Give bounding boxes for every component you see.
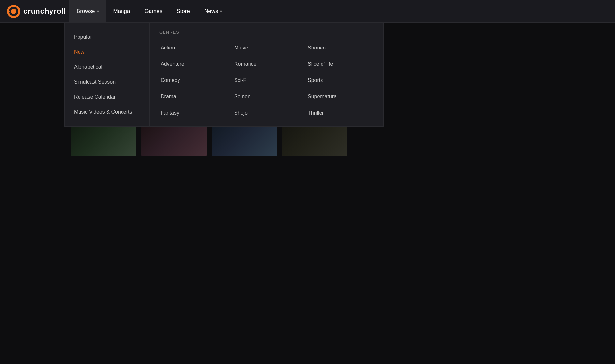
genre-drama[interactable]: Drama bbox=[159, 90, 226, 104]
genre-shojo[interactable]: Shojo bbox=[233, 106, 300, 120]
nav-news[interactable]: News ▾ bbox=[197, 0, 229, 22]
dropdown-genres-panel: GENRES Action Music Shonen Adventure Rom… bbox=[150, 23, 383, 126]
genres-grid: Action Music Shonen Adventure Romance Sl… bbox=[159, 41, 374, 120]
nav-news-label: News bbox=[204, 8, 218, 15]
genre-thriller[interactable]: Thriller bbox=[307, 106, 374, 120]
dropdown-popular[interactable]: Popular bbox=[65, 30, 149, 45]
genre-fantasy[interactable]: Fantasy bbox=[159, 106, 226, 120]
nav-browse-label: Browse bbox=[77, 8, 95, 15]
logo[interactable]: crunchyroll bbox=[7, 4, 66, 19]
nav-store-label: Store bbox=[177, 8, 190, 15]
genre-romance[interactable]: Romance bbox=[233, 57, 300, 71]
nav-manga[interactable]: Manga bbox=[106, 0, 137, 22]
dropdown-music-videos[interactable]: Music Videos & Concerts bbox=[65, 105, 149, 119]
nav-games[interactable]: Games bbox=[137, 0, 169, 22]
news-chevron-icon: ▾ bbox=[220, 9, 222, 14]
genre-shonen[interactable]: Shonen bbox=[307, 41, 374, 55]
genre-adventure[interactable]: Adventure bbox=[159, 57, 226, 71]
genre-supernatural[interactable]: Supernatural bbox=[307, 90, 374, 104]
genre-action[interactable]: Action bbox=[159, 41, 226, 55]
dropdown-left-panel: Popular New Alphabetical Simulcast Seaso… bbox=[65, 23, 150, 126]
dropdown-alphabetical[interactable]: Alphabetical bbox=[65, 60, 149, 75]
genre-sci-fi[interactable]: Sci-Fi bbox=[233, 74, 300, 87]
genre-comedy[interactable]: Comedy bbox=[159, 74, 226, 87]
genre-seinen[interactable]: Seinen bbox=[233, 90, 300, 104]
dropdown-release-calendar[interactable]: Release Calendar bbox=[65, 90, 149, 105]
logo-text: crunchyroll bbox=[23, 7, 66, 16]
browse-dropdown: Popular New Alphabetical Simulcast Seaso… bbox=[64, 23, 384, 127]
genre-music[interactable]: Music bbox=[233, 41, 300, 55]
navbar: crunchyroll Browse ▾ Manga Games Store N… bbox=[0, 0, 615, 23]
nav-manga-label: Manga bbox=[113, 8, 130, 15]
svg-point-2 bbox=[11, 9, 16, 14]
nav-store[interactable]: Store bbox=[169, 0, 197, 22]
dropdown-new[interactable]: New bbox=[65, 45, 149, 60]
genre-sports[interactable]: Sports bbox=[307, 74, 374, 87]
browse-chevron-icon: ▾ bbox=[97, 9, 99, 14]
svg-rect-4 bbox=[13, 5, 14, 7]
nav-games-label: Games bbox=[144, 8, 162, 15]
genres-label: GENRES bbox=[159, 30, 374, 35]
genre-slice-of-life[interactable]: Slice of life bbox=[307, 57, 374, 71]
nav-items: Browse ▾ Manga Games Store News ▾ bbox=[69, 0, 229, 22]
dropdown-simulcast[interactable]: Simulcast Season bbox=[65, 75, 149, 90]
nav-browse[interactable]: Browse ▾ bbox=[69, 0, 106, 22]
svg-rect-3 bbox=[7, 11, 10, 12]
